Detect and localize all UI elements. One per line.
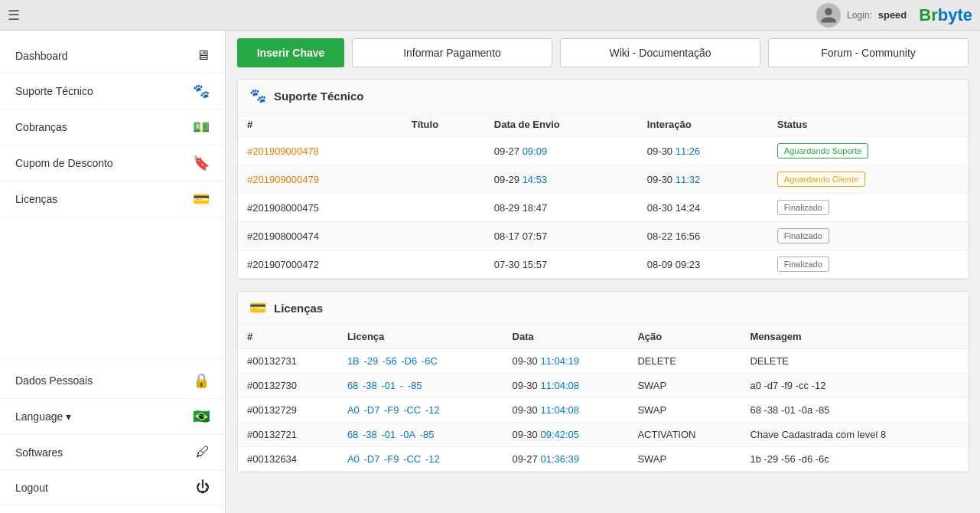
licencas-table-row[interactable]: #0013273068 -38 -01 - -8509-30 11:04:08S… <box>238 374 968 398</box>
key-part: -F9 <box>384 404 399 416</box>
suporte-row-data: 09-27 09:09 <box>485 137 638 165</box>
suporte-table-row[interactable]: #20190700047207-30 15:5708-09 09:23Final… <box>238 250 968 279</box>
suporte-id-link[interactable]: #201909000478 <box>247 145 319 157</box>
suporte-row-data: 08-29 18:47 <box>485 194 638 222</box>
licenca-row-mensagem: 68 -38 -01 -0a -85 <box>741 398 968 423</box>
suporte-row-interacao: 09-30 11:26 <box>638 137 768 165</box>
suporte-table-row[interactable]: #20190800047508-29 18:4708-30 14:24Final… <box>238 194 968 222</box>
suporte-section-title: Suporte Técnico <box>274 90 364 103</box>
licenca-row-acao: SWAP <box>628 374 741 398</box>
cupom-icon: 🔖 <box>193 155 210 172</box>
sidebar-item-dados-pessoais[interactable]: Dados Pessoais 🔒 <box>0 363 225 399</box>
lic-col-licenca: Licença <box>338 325 503 349</box>
suporte-row-id[interactable]: #201908000474 <box>238 222 402 250</box>
key-part: -38 <box>363 429 377 440</box>
suporte-id-link[interactable]: #201909000479 <box>247 174 319 185</box>
key-part: A0 <box>347 404 360 416</box>
suporte-row-id[interactable]: #201908000475 <box>238 194 402 222</box>
sidebar-item-suporte-tecnico[interactable]: Suporte Técnico 🐾 <box>0 74 225 109</box>
topbar-right: Login: speed Brbyte <box>816 3 972 28</box>
sidebar-item-softwares[interactable]: Softwares 🖊 <box>0 435 225 470</box>
sidebar-label-softwares: Softwares <box>15 446 196 459</box>
sidebar-item-language[interactable]: Language ▾ 🇧🇷 <box>0 399 225 435</box>
suporte-row-status: Aguardando Suporte <box>768 137 968 165</box>
status-badge: Aguardando Suporte <box>777 143 869 158</box>
suporte-row-interacao: 09-30 11:32 <box>638 165 768 194</box>
suporte-row-id[interactable]: #201909000479 <box>238 165 402 194</box>
sidebar-label-suporte: Suporte Técnico <box>15 85 193 97</box>
key-part: - <box>400 380 403 391</box>
licenca-row-key: A0 -D7 -F9 -CC -12 <box>338 447 503 472</box>
sidebar-item-licencas[interactable]: Licenças 💳 <box>0 181 225 217</box>
licencas-table-row[interactable]: #0013272168 -38 -01 -0A -8509-30 09:42:0… <box>238 423 968 447</box>
suporte-row-id[interactable]: #201909000478 <box>238 137 402 165</box>
suporte-row-interacao: 08-30 14:24 <box>638 194 768 222</box>
inform-payment-button[interactable]: Informar Pagamento <box>352 38 552 67</box>
licenca-row-data: 09-30 11:04:19 <box>503 349 629 374</box>
suporte-row-titulo <box>402 165 485 194</box>
suporte-id-link[interactable]: #201908000474 <box>247 230 319 242</box>
dashboard-icon: 🖥 <box>196 47 210 64</box>
suporte-table-row[interactable]: #20190900047909-29 14:5309-30 11:32Aguar… <box>238 165 968 194</box>
insert-key-button[interactable]: Inserir Chave <box>237 38 344 67</box>
key-part: -01 <box>381 429 396 440</box>
licencas-table-row[interactable]: #00132729A0 -D7 -F9 -CC -1209-30 11:04:0… <box>238 398 968 423</box>
suporte-table: # Título Data de Envio Interação Status … <box>238 113 968 279</box>
key-part: 68 <box>347 380 358 391</box>
licenca-row-acao: SWAP <box>628 447 741 472</box>
sidebar-item-logout[interactable]: Logout ⏻ <box>0 470 225 505</box>
sidebar-item-cupom[interactable]: Cupom de Desconto 🔖 <box>0 145 225 181</box>
sidebar-bottom: Dados Pessoais 🔒 Language ▾ 🇧🇷 Softwares… <box>0 358 225 505</box>
suporte-row-interacao: 08-09 09:23 <box>638 250 768 279</box>
licencas-table-row[interactable]: #00132634A0 -D7 -F9 -CC -1209-27 01:36:3… <box>238 447 968 472</box>
key-part: -12 <box>425 453 440 465</box>
sidebar-label-dados: Dados Pessoais <box>15 374 193 387</box>
licenca-row-acao: ACTIVATION <box>628 423 741 447</box>
username-label: speed <box>878 9 907 21</box>
suporte-row-data: 09-29 14:53 <box>485 165 638 194</box>
licenca-row-data: 09-30 11:04:08 <box>503 374 629 398</box>
status-badge: Finalizado <box>777 200 829 215</box>
hamburger-icon[interactable]: ☰ <box>8 7 20 24</box>
sidebar-label-cupom: Cupom de Desconto <box>15 157 193 169</box>
suporte-id-link[interactable]: #201907000472 <box>247 259 319 270</box>
forum-button[interactable]: Forum - Community <box>768 38 969 67</box>
key-part: -38 <box>363 380 377 391</box>
login-label: Login: <box>847 10 872 21</box>
key-part: -0A <box>400 429 415 440</box>
sidebar-label-dashboard: Dashboard <box>15 50 196 62</box>
suporte-row-status: Finalizado <box>768 222 968 250</box>
licencas-icon: 💳 <box>193 191 210 207</box>
licenca-row-data: 09-30 11:04:08 <box>503 398 629 423</box>
licenca-row-mensagem: a0 -d7 -f9 -cc -12 <box>741 374 968 398</box>
licencas-table-row[interactable]: #001327311B -29 -56 -D6 -6C09-30 11:04:1… <box>238 349 968 374</box>
key-part: -D7 <box>363 453 379 465</box>
licenca-row-mensagem: 1b -29 -56 -d6 -6c <box>741 447 968 472</box>
brand-logo: Brbyte <box>919 5 972 25</box>
sidebar-item-cobrancas[interactable]: Cobranças 💵 <box>0 109 225 145</box>
main-layout: Dashboard 🖥 Suporte Técnico 🐾 Cobranças … <box>0 31 980 513</box>
topbar: ☰ Login: speed Brbyte <box>0 0 980 31</box>
col-hash: # <box>238 113 402 137</box>
suporte-section-icon: 🐾 <box>249 87 266 104</box>
suporte-table-row[interactable]: #20190900047809-27 09:0909-30 11:26Aguar… <box>238 137 968 165</box>
key-part: -56 <box>383 355 397 367</box>
suporte-id-link[interactable]: #201908000475 <box>247 202 319 214</box>
language-icon: 🇧🇷 <box>193 408 210 425</box>
key-part: -D7 <box>363 404 379 416</box>
content-area: Inserir Chave Informar Pagamento Wiki - … <box>226 31 980 513</box>
sidebar-label-logout: Logout <box>15 482 196 494</box>
suporte-row-id[interactable]: #201907000472 <box>238 250 402 279</box>
sidebar-item-dashboard[interactable]: Dashboard 🖥 <box>0 38 225 74</box>
wiki-button[interactable]: Wiki - Documentação <box>560 38 760 67</box>
key-part: A0 <box>347 453 360 465</box>
licenca-row-key: 1B -29 -56 -D6 -6C <box>338 349 503 374</box>
lic-col-acao: Ação <box>628 325 741 349</box>
status-badge: Finalizado <box>777 228 829 243</box>
topbar-left: ☰ <box>8 7 20 24</box>
key-part: 68 <box>347 429 358 440</box>
licenca-row-id: #00132730 <box>238 374 338 398</box>
suporte-table-row[interactable]: #20190800047408-17 07:5708-22 16:56Final… <box>238 222 968 250</box>
col-interacao: Interação <box>638 113 768 137</box>
cobrancas-icon: 💵 <box>193 119 210 136</box>
